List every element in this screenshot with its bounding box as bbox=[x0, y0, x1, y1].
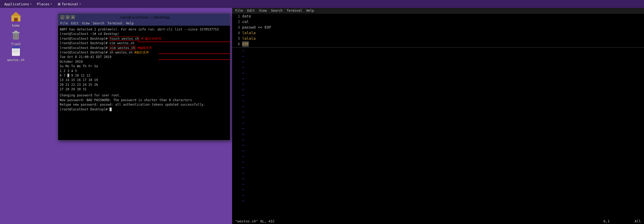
terminal-menu-terminal[interactable]: Terminal bbox=[107, 21, 123, 25]
terminal-minimize-btn[interactable]: _ bbox=[60, 15, 64, 19]
terminal-line-cal-w1: 1 2 3 4 5 bbox=[60, 69, 228, 73]
terminal-close-btn[interactable]: × bbox=[71, 15, 75, 19]
vim-content[interactable]: 1 date 2 cal 3 passwd << EOF 4 lalala 5 … bbox=[232, 14, 644, 218]
vim-tilde-20: ~ bbox=[232, 154, 644, 159]
svg-rect-10 bbox=[12, 46, 20, 48]
terminal-menubar: File Edit View Search Terminal Help bbox=[58, 21, 230, 26]
vim-tilde-14: ~ bbox=[232, 120, 644, 126]
terminal-maximize-btn[interactable]: □ bbox=[66, 15, 70, 19]
vim-tilde-16: ~ bbox=[232, 132, 644, 137]
svg-rect-5 bbox=[14, 31, 18, 32]
cal-today: 8 bbox=[67, 74, 69, 77]
touch-cmd: touch westos.sh bbox=[110, 37, 139, 41]
taskbar: Applications ▾ Places ▾ 🖥 Terminal ▾ bbox=[0, 0, 644, 8]
vim-position: 6,1 All bbox=[603, 219, 641, 223]
vim-tilde-4: ~ bbox=[232, 65, 644, 70]
svg-rect-2 bbox=[14, 18, 18, 21]
terminal-line-vim1: [root@localhost Desktop]# vim westos.sh bbox=[60, 41, 228, 46]
vim-window: _ □ × root@localhost:~/Desktop File Edit… bbox=[232, 0, 644, 224]
terminal-line-date: Tue Oct 8 21:00:41 EDT 2019 bbox=[60, 55, 228, 59]
taskbar-places[interactable]: Places ▾ bbox=[35, 2, 54, 7]
terminal-line-cal-dow: Su Mo Tu We Th Fr Sa bbox=[60, 64, 228, 69]
vim-tilde-10: ~ bbox=[232, 98, 644, 104]
vim-menu-edit[interactable]: Edit bbox=[247, 9, 255, 12]
desktop-icon-home[interactable]: home bbox=[5, 10, 27, 28]
terminal-line-cal-w2: 6 7 8 9 10 11 12 bbox=[60, 73, 228, 78]
desktop-icon-westos[interactable]: westos.sh bbox=[5, 44, 27, 62]
vim-tilde-9: ~ bbox=[232, 93, 644, 98]
vim-tilde-27: ~ bbox=[232, 193, 644, 198]
vim-tilde-22: ~ bbox=[232, 165, 644, 171]
vim-line-6: 6 EOF bbox=[232, 41, 644, 47]
vim-tilde-24: ~ bbox=[232, 176, 644, 182]
terminal-body[interactable]: ABRT has detected 2 problem(s). For more… bbox=[58, 26, 230, 140]
terminal-line-vim2: [root@localhost Desktop]# vim westos.sh … bbox=[60, 46, 228, 50]
terminal-line-retype: Retype new password: passwd: all authent… bbox=[60, 102, 228, 107]
vim-menu-help[interactable]: Help bbox=[306, 9, 314, 12]
vim-tilde-19: ~ bbox=[232, 148, 644, 154]
vim-statusbar-text: "westos.sh" 6L, 41C bbox=[235, 219, 275, 223]
terminal-menu-file[interactable]: File bbox=[60, 21, 68, 25]
vim-tilde-6: ~ bbox=[232, 76, 644, 82]
terminal-cursor bbox=[110, 107, 112, 111]
terminal-line-cal-w5: 27 28 29 30 31 bbox=[60, 87, 228, 92]
westos-icon bbox=[10, 44, 22, 57]
vim-tilde-3: ~ bbox=[232, 59, 644, 65]
vim-tilde-23: ~ bbox=[232, 171, 644, 176]
terminal-line-prompt: [root@localhost Desktop]# bbox=[60, 107, 228, 112]
vim-cmd: vim westos.sh bbox=[110, 46, 136, 50]
svg-marker-1 bbox=[11, 12, 21, 16]
vim-menu-file[interactable]: File bbox=[235, 9, 243, 12]
terminal-menu-edit[interactable]: Edit bbox=[71, 21, 79, 25]
vim-tilde-5: ~ bbox=[232, 70, 644, 76]
vim-tilde-17: ~ bbox=[232, 137, 644, 143]
terminal-window: _ □ × root@localhost:~/Desktop File Edit… bbox=[58, 13, 230, 140]
vim-cmdbar: "westos.sh" 6L, 41C 6,1 All bbox=[232, 218, 644, 224]
terminal-menu-view[interactable]: View bbox=[82, 21, 90, 25]
terminal-menu-help[interactable]: Help bbox=[126, 21, 134, 25]
vim-line-4: 4 lalala bbox=[232, 30, 644, 36]
home-label: home bbox=[12, 24, 20, 28]
vim-tilde-13: ~ bbox=[232, 115, 644, 120]
terminal-menu-search[interactable]: Search bbox=[93, 21, 104, 25]
terminal-line-cd: [root@localhost ~]# cd Desktop/ bbox=[60, 32, 228, 36]
vim-line-5: 5 lalala bbox=[232, 36, 644, 41]
westos-label: westos.sh bbox=[7, 58, 24, 62]
terminal-titlebar: _ □ × root@localhost:~/Desktop bbox=[58, 14, 230, 21]
vim-menu-terminal[interactable]: Terminal bbox=[287, 9, 302, 12]
vim-separator bbox=[232, 47, 644, 48]
vim-menubar: File Edit View Search Terminal Help bbox=[232, 8, 644, 14]
vim-tilde-12: ~ bbox=[232, 109, 644, 115]
vim-line-2: 2 cal bbox=[232, 19, 644, 25]
vim-tilde-8: ~ bbox=[232, 87, 644, 93]
taskbar-terminal[interactable]: 🖥 Terminal ▾ bbox=[55, 2, 83, 7]
vim-tilde-7: ~ bbox=[232, 82, 644, 87]
vim-menu-search[interactable]: Search bbox=[271, 9, 282, 12]
vim-tilde-15: ~ bbox=[232, 126, 644, 132]
vim-menu-view[interactable]: View bbox=[259, 9, 267, 12]
terminal-title: root@localhost:~/Desktop bbox=[120, 15, 169, 19]
terminal-line-cal-w4: 20 21 22 23 24 25 26 bbox=[60, 83, 228, 87]
taskbar-applications[interactable]: Applications ▾ bbox=[2, 2, 34, 7]
vim-line-3: 3 passwd << EOF bbox=[232, 25, 644, 30]
vim-tilde-18: ~ bbox=[232, 143, 644, 148]
terminal-line-cal-header: October 2019 bbox=[60, 60, 228, 64]
vim-tilde-21: ~ bbox=[232, 159, 644, 165]
terminal-line-sh: [root@localhost Desktop]# sh westos.sh #… bbox=[60, 50, 228, 55]
vim-line-1: 1 date bbox=[232, 14, 644, 19]
terminal-line-abrt: ABRT has detected 2 problem(s). For more… bbox=[60, 27, 228, 32]
desktop-icon-trash[interactable]: Trash bbox=[5, 29, 27, 46]
vim-tilde-26: ~ bbox=[232, 187, 644, 193]
vim-tilde-28: ~ bbox=[232, 198, 644, 204]
trash-icon bbox=[10, 29, 22, 41]
vim-tilde-1: ~ bbox=[232, 48, 644, 54]
terminal-line-changing: Changing password for user root. bbox=[60, 93, 228, 98]
home-icon bbox=[10, 10, 22, 23]
vim-tilde-11: ~ bbox=[232, 104, 644, 109]
vim-eof-cursor: EOF bbox=[242, 41, 249, 47]
terminal-line-cal-w3: 13 14 15 16 17 18 19 bbox=[60, 78, 228, 82]
terminal-controls: _ □ × bbox=[60, 15, 75, 19]
vim-tilde-25: ~ bbox=[232, 182, 644, 187]
terminal-line-newpass: New password: BAD PASSWORD: The password… bbox=[60, 98, 228, 102]
vim-tilde-2: ~ bbox=[232, 54, 644, 59]
